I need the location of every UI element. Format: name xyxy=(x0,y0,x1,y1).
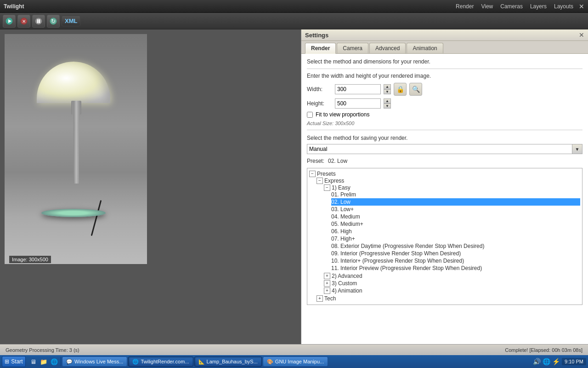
main-area: Image: 300x500 Settings ✕ Render Camera … xyxy=(0,29,588,344)
render-description1: Select the method and dimensions for you… xyxy=(307,58,582,65)
tray-sound-icon[interactable]: 🔊 xyxy=(533,358,541,365)
tab-render[interactable]: Render xyxy=(305,43,336,54)
app-title: Twilight xyxy=(4,3,456,10)
ql-browser[interactable]: 🌐 xyxy=(50,357,59,366)
start-button[interactable]: ⊞ Start xyxy=(2,356,26,367)
preset-03-lowplus[interactable]: 03. Low+ xyxy=(331,206,580,213)
taskbar-windows-live[interactable]: 💬 Windows Live Mess... xyxy=(62,356,127,367)
height-spinner: ▲ ▼ xyxy=(384,98,391,109)
menu-layers[interactable]: Layers xyxy=(530,3,547,10)
preset-label-03: 03. Low+ xyxy=(331,206,354,213)
custom-toggle[interactable]: + xyxy=(324,280,330,287)
width-input[interactable] xyxy=(335,84,381,94)
preset-06-high[interactable]: 06. High xyxy=(331,228,580,235)
preset-01-prelim[interactable]: 01. Prelim xyxy=(331,191,580,198)
advanced-toggle[interactable]: + xyxy=(324,273,330,279)
tree-tech[interactable]: + Tech xyxy=(317,295,580,302)
pause-button[interactable] xyxy=(32,15,45,28)
fit-view-button[interactable]: 🔍 xyxy=(409,83,422,96)
system-clock: 9:10 PM xyxy=(562,358,586,365)
svg-text:✕: ✕ xyxy=(22,19,26,24)
width-spinner: ▲ ▼ xyxy=(384,84,391,94)
tree-advanced[interactable]: + 2) Advanced xyxy=(324,272,580,280)
menu-render[interactable]: Render xyxy=(456,3,474,10)
svg-rect-6 xyxy=(39,19,40,23)
settings-close-icon[interactable]: ✕ xyxy=(579,31,584,39)
lock-aspect-button[interactable]: 🔒 xyxy=(394,83,407,96)
save-method-dropdown-arrow[interactable]: ▼ xyxy=(572,144,582,154)
tree-presets-root[interactable]: − Presets − Express xyxy=(309,170,580,303)
tech-toggle[interactable]: + xyxy=(317,295,323,302)
save-description: Select the method for saving your render… xyxy=(307,135,582,141)
tab-advanced[interactable]: Advanced xyxy=(369,43,406,53)
statusbar-geometry-time: Geometry Processing Time: 3 (s) xyxy=(6,347,505,353)
tree-custom[interactable]: + 3) Custom xyxy=(324,280,580,287)
taskbar-twilight-render[interactable]: 🌐 TwilightRender.com... xyxy=(128,356,193,367)
width-spin-up[interactable]: ▲ xyxy=(384,84,391,89)
preset-11-interiorpreview[interactable]: 11. Interior Preview (Progressive Render… xyxy=(331,264,580,272)
preset-09-interior[interactable]: 09. Interior (Progressive Render Stop Wh… xyxy=(331,250,580,257)
height-spin-up[interactable]: ▲ xyxy=(384,98,391,104)
tray-network-icon[interactable]: 🌐 xyxy=(543,358,550,365)
presets-tree[interactable]: − Presets − Express xyxy=(307,168,582,305)
advanced-group-label: 2) Advanced xyxy=(332,273,362,279)
preset-label-08: 08. Exterior Daytime (Progressive Render… xyxy=(331,243,484,249)
taskbar-tray: 🔊 🌐 ⚡ 9:10 PM xyxy=(533,358,586,365)
menu-view[interactable]: View xyxy=(481,3,493,10)
preset-label-07: 07. High+ xyxy=(331,236,355,242)
settings-title: Settings xyxy=(305,32,328,39)
height-input[interactable] xyxy=(335,98,381,109)
lamp-cord xyxy=(91,200,102,236)
divider2 xyxy=(307,130,582,130)
render-button[interactable] xyxy=(3,15,16,28)
preset-label-01: 01. Prelim xyxy=(331,191,356,198)
lamp-bauhaus-label: Lamp_Bauhaus_byS... xyxy=(207,359,258,364)
ql-folder[interactable]: 📁 xyxy=(39,357,48,366)
height-label: Height: xyxy=(307,100,332,107)
preset-label-10: 10. Interior+ (Progressive Render Stop W… xyxy=(331,258,464,264)
tab-camera[interactable]: Camera xyxy=(337,43,368,53)
taskbar-lamp-bauhaus[interactable]: 📐 Lamp_Bauhaus_byS... xyxy=(194,356,262,367)
fit-to-view-checkbox[interactable] xyxy=(307,112,313,118)
animation-toggle[interactable]: + xyxy=(324,288,330,294)
height-row: Height: ▲ ▼ xyxy=(307,98,582,109)
express-toggle[interactable]: − xyxy=(317,178,323,184)
preset-02-low[interactable]: 02. Low xyxy=(331,198,580,206)
gnu-image-icon: 🎨 xyxy=(267,359,273,365)
tree-easy[interactable]: − 1) Easy 01. Prelim 02. Low 03. Low+ 04… xyxy=(324,184,580,272)
menu-cameras[interactable]: Cameras xyxy=(500,3,523,10)
easy-toggle[interactable]: − xyxy=(324,184,330,191)
express-label: Express xyxy=(324,178,344,184)
preset-10-interiorplus[interactable]: 10. Interior+ (Progressive Render Stop W… xyxy=(331,257,580,264)
tray-power-icon[interactable]: ⚡ xyxy=(552,358,560,365)
menu-layouts[interactable]: Layouts xyxy=(554,3,573,10)
width-spin-down[interactable]: ▼ xyxy=(384,89,391,94)
toolbar: ✕ ↻ XML xyxy=(0,13,588,29)
svg-point-4 xyxy=(35,18,42,24)
render-image: Image: 300x500 xyxy=(5,34,147,264)
tree-animation[interactable]: + 4) Animation xyxy=(324,287,580,294)
save-method-dropdown[interactable]: Manual xyxy=(307,144,572,154)
twilight-render-icon: 🌐 xyxy=(132,359,139,365)
ql-show-desktop[interactable]: 🖥 xyxy=(28,357,38,366)
stop-button[interactable]: ✕ xyxy=(17,15,30,28)
start-icon: ⊞ xyxy=(5,358,9,365)
taskbar-gnu-image[interactable]: 🎨 GNU Image Manipu... xyxy=(263,356,328,367)
settings-header: Settings ✕ xyxy=(301,29,588,41)
svg-text:↻: ↻ xyxy=(51,18,56,24)
preset-label-02: 02. Low xyxy=(331,199,351,205)
lamp-bauhaus-icon: 📐 xyxy=(198,359,205,365)
close-icon[interactable]: ✕ xyxy=(579,3,584,10)
xml-button[interactable]: XML xyxy=(62,16,80,26)
render-preview-panel: Image: 300x500 xyxy=(0,29,301,344)
preset-08-exterior[interactable]: 08. Exterior Daytime (Progressive Render… xyxy=(331,242,580,250)
preset-05-mediumplus[interactable]: 05. Medium+ xyxy=(331,220,580,228)
refresh-button[interactable]: ↻ xyxy=(47,15,60,28)
preset-07-highplus[interactable]: 07. High+ xyxy=(331,235,580,242)
presets-toggle[interactable]: − xyxy=(309,171,316,177)
tab-animation[interactable]: Animation xyxy=(407,43,443,53)
tech-label: Tech xyxy=(324,295,336,302)
preset-04-medium[interactable]: 04. Medium xyxy=(331,213,580,220)
height-spin-down[interactable]: ▼ xyxy=(384,104,391,109)
tree-express[interactable]: − Express − 1) Easy xyxy=(317,177,580,295)
